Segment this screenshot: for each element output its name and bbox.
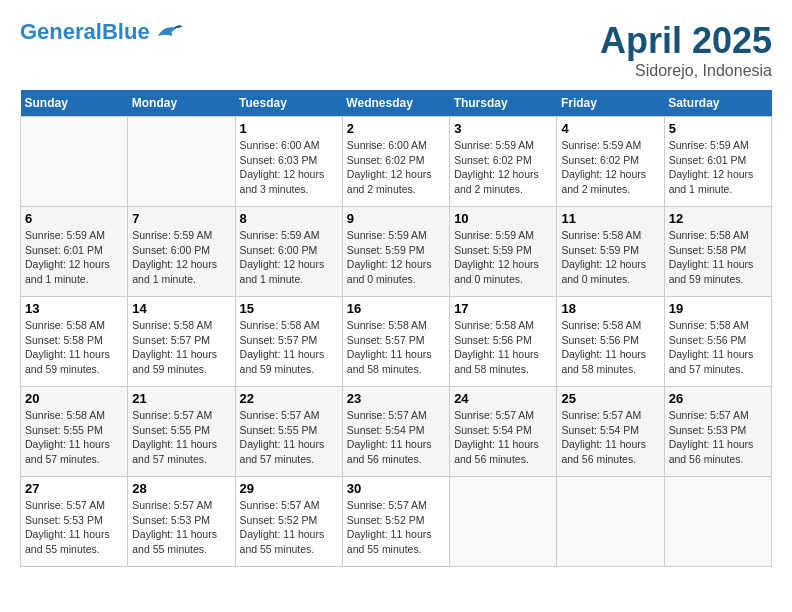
header-day-tuesday: Tuesday [235,90,342,117]
calendar-cell: 9Sunrise: 5:59 AM Sunset: 5:59 PM Daylig… [342,207,449,297]
day-number: 22 [240,391,338,406]
day-info: Sunrise: 5:58 AM Sunset: 5:57 PM Dayligh… [240,318,338,377]
location-subtitle: Sidorejo, Indonesia [600,62,772,80]
day-info: Sunrise: 6:00 AM Sunset: 6:03 PM Dayligh… [240,138,338,197]
day-info: Sunrise: 5:57 AM Sunset: 5:55 PM Dayligh… [132,408,230,467]
day-info: Sunrise: 5:58 AM Sunset: 5:57 PM Dayligh… [347,318,445,377]
calendar-cell: 28Sunrise: 5:57 AM Sunset: 5:53 PM Dayli… [128,477,235,567]
day-info: Sunrise: 5:57 AM Sunset: 5:55 PM Dayligh… [240,408,338,467]
calendar-cell: 23Sunrise: 5:57 AM Sunset: 5:54 PM Dayli… [342,387,449,477]
logo-text: GeneralBlue [20,20,150,44]
calendar-cell: 11Sunrise: 5:58 AM Sunset: 5:59 PM Dayli… [557,207,664,297]
logo-line2: Blue [102,19,150,44]
calendar-cell: 25Sunrise: 5:57 AM Sunset: 5:54 PM Dayli… [557,387,664,477]
day-number: 10 [454,211,552,226]
day-info: Sunrise: 5:59 AM Sunset: 5:59 PM Dayligh… [454,228,552,287]
day-number: 15 [240,301,338,316]
day-number: 27 [25,481,123,496]
page-header: GeneralBlue April 2025 Sidorejo, Indones… [20,20,772,80]
calendar-cell: 15Sunrise: 5:58 AM Sunset: 5:57 PM Dayli… [235,297,342,387]
week-row-5: 27Sunrise: 5:57 AM Sunset: 5:53 PM Dayli… [21,477,772,567]
calendar-cell: 10Sunrise: 5:59 AM Sunset: 5:59 PM Dayli… [450,207,557,297]
week-row-2: 6Sunrise: 5:59 AM Sunset: 6:01 PM Daylig… [21,207,772,297]
day-info: Sunrise: 5:57 AM Sunset: 5:52 PM Dayligh… [347,498,445,557]
calendar-body: 1Sunrise: 6:00 AM Sunset: 6:03 PM Daylig… [21,117,772,567]
day-info: Sunrise: 5:59 AM Sunset: 6:00 PM Dayligh… [240,228,338,287]
day-info: Sunrise: 5:58 AM Sunset: 5:56 PM Dayligh… [454,318,552,377]
header-row: SundayMondayTuesdayWednesdayThursdayFrid… [21,90,772,117]
calendar-cell: 24Sunrise: 5:57 AM Sunset: 5:54 PM Dayli… [450,387,557,477]
day-number: 7 [132,211,230,226]
day-info: Sunrise: 5:59 AM Sunset: 6:02 PM Dayligh… [561,138,659,197]
header-day-wednesday: Wednesday [342,90,449,117]
day-info: Sunrise: 5:57 AM Sunset: 5:53 PM Dayligh… [25,498,123,557]
day-info: Sunrise: 6:00 AM Sunset: 6:02 PM Dayligh… [347,138,445,197]
month-title: April 2025 [600,20,772,62]
day-info: Sunrise: 5:59 AM Sunset: 6:01 PM Dayligh… [669,138,767,197]
day-number: 24 [454,391,552,406]
day-number: 11 [561,211,659,226]
day-info: Sunrise: 5:57 AM Sunset: 5:54 PM Dayligh… [347,408,445,467]
calendar-cell [664,477,771,567]
calendar-cell: 5Sunrise: 5:59 AM Sunset: 6:01 PM Daylig… [664,117,771,207]
day-info: Sunrise: 5:58 AM Sunset: 5:55 PM Dayligh… [25,408,123,467]
calendar-cell: 13Sunrise: 5:58 AM Sunset: 5:58 PM Dayli… [21,297,128,387]
day-info: Sunrise: 5:57 AM Sunset: 5:53 PM Dayligh… [132,498,230,557]
calendar-cell: 4Sunrise: 5:59 AM Sunset: 6:02 PM Daylig… [557,117,664,207]
calendar-cell: 27Sunrise: 5:57 AM Sunset: 5:53 PM Dayli… [21,477,128,567]
logo-bird-icon [154,20,184,44]
day-number: 18 [561,301,659,316]
calendar-cell: 21Sunrise: 5:57 AM Sunset: 5:55 PM Dayli… [128,387,235,477]
day-number: 20 [25,391,123,406]
calendar-table: SundayMondayTuesdayWednesdayThursdayFrid… [20,90,772,567]
day-info: Sunrise: 5:58 AM Sunset: 5:59 PM Dayligh… [561,228,659,287]
calendar-cell: 1Sunrise: 6:00 AM Sunset: 6:03 PM Daylig… [235,117,342,207]
calendar-cell: 7Sunrise: 5:59 AM Sunset: 6:00 PM Daylig… [128,207,235,297]
calendar-header: SundayMondayTuesdayWednesdayThursdayFrid… [21,90,772,117]
day-info: Sunrise: 5:58 AM Sunset: 5:57 PM Dayligh… [132,318,230,377]
header-day-monday: Monday [128,90,235,117]
day-number: 12 [669,211,767,226]
day-number: 1 [240,121,338,136]
day-info: Sunrise: 5:59 AM Sunset: 6:01 PM Dayligh… [25,228,123,287]
day-number: 30 [347,481,445,496]
logo-line1: General [20,19,102,44]
day-number: 14 [132,301,230,316]
week-row-3: 13Sunrise: 5:58 AM Sunset: 5:58 PM Dayli… [21,297,772,387]
logo: GeneralBlue [20,20,184,44]
day-info: Sunrise: 5:57 AM Sunset: 5:54 PM Dayligh… [561,408,659,467]
calendar-cell [557,477,664,567]
header-day-friday: Friday [557,90,664,117]
day-number: 2 [347,121,445,136]
day-number: 4 [561,121,659,136]
calendar-cell: 8Sunrise: 5:59 AM Sunset: 6:00 PM Daylig… [235,207,342,297]
calendar-cell: 29Sunrise: 5:57 AM Sunset: 5:52 PM Dayli… [235,477,342,567]
day-info: Sunrise: 5:57 AM Sunset: 5:54 PM Dayligh… [454,408,552,467]
day-info: Sunrise: 5:58 AM Sunset: 5:56 PM Dayligh… [669,318,767,377]
day-number: 9 [347,211,445,226]
calendar-cell: 16Sunrise: 5:58 AM Sunset: 5:57 PM Dayli… [342,297,449,387]
calendar-cell [128,117,235,207]
calendar-cell: 19Sunrise: 5:58 AM Sunset: 5:56 PM Dayli… [664,297,771,387]
calendar-cell: 3Sunrise: 5:59 AM Sunset: 6:02 PM Daylig… [450,117,557,207]
day-number: 21 [132,391,230,406]
day-number: 26 [669,391,767,406]
day-info: Sunrise: 5:59 AM Sunset: 5:59 PM Dayligh… [347,228,445,287]
week-row-1: 1Sunrise: 6:00 AM Sunset: 6:03 PM Daylig… [21,117,772,207]
calendar-cell [21,117,128,207]
day-number: 23 [347,391,445,406]
calendar-cell: 17Sunrise: 5:58 AM Sunset: 5:56 PM Dayli… [450,297,557,387]
calendar-cell: 6Sunrise: 5:59 AM Sunset: 6:01 PM Daylig… [21,207,128,297]
day-number: 17 [454,301,552,316]
calendar-cell: 14Sunrise: 5:58 AM Sunset: 5:57 PM Dayli… [128,297,235,387]
calendar-cell: 30Sunrise: 5:57 AM Sunset: 5:52 PM Dayli… [342,477,449,567]
title-block: April 2025 Sidorejo, Indonesia [600,20,772,80]
day-number: 5 [669,121,767,136]
header-day-saturday: Saturday [664,90,771,117]
calendar-cell [450,477,557,567]
day-info: Sunrise: 5:58 AM Sunset: 5:56 PM Dayligh… [561,318,659,377]
calendar-cell: 20Sunrise: 5:58 AM Sunset: 5:55 PM Dayli… [21,387,128,477]
day-number: 19 [669,301,767,316]
day-info: Sunrise: 5:57 AM Sunset: 5:52 PM Dayligh… [240,498,338,557]
calendar-cell: 12Sunrise: 5:58 AM Sunset: 5:58 PM Dayli… [664,207,771,297]
